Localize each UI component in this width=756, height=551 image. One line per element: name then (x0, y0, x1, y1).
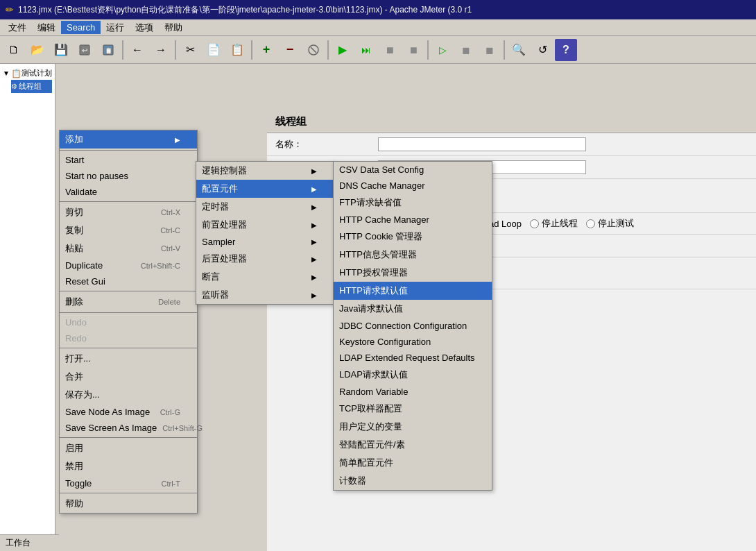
cm-l2-logic[interactable]: 逻辑控制器 ▶ (196, 162, 334, 180)
tree-item-test-plan[interactable]: ▼ 📋 测试计划 (3, 67, 52, 80)
cm-start-no-pauses[interactable]: Start no pauses (60, 168, 197, 184)
radio-stop-test[interactable]: 停止测试 (586, 217, 634, 230)
cm-l3-counter-label: 计数器 (339, 475, 366, 487)
menu-help[interactable]: 帮助 (159, 20, 188, 35)
open-button[interactable]: 📂 (26, 39, 49, 61)
cm-add[interactable]: 添加 ▶ (60, 130, 197, 149)
cm-l3-http-default[interactable]: HTTP请求默认值 (334, 282, 492, 300)
cm-toggle[interactable]: Toggle Ctrl-T (60, 475, 197, 491)
cm-paste-label: 粘贴 (65, 242, 83, 255)
cm-open-label: 打开... (65, 353, 91, 365)
cm-merge[interactable]: 合并 (60, 368, 197, 386)
cm-l3-tcp[interactable]: TCP取样器配置 (334, 400, 492, 418)
menu-edit[interactable]: 编辑 (32, 20, 61, 35)
cm-l3-jdbc[interactable]: JDBC Connection Configuration (334, 318, 492, 334)
cm-duplicate[interactable]: Duplicate Ctrl+Shift-C (60, 257, 197, 273)
cm-save-as[interactable]: 保存为... (60, 386, 197, 404)
menu-file[interactable]: 文件 (3, 20, 32, 35)
cm-redo[interactable]: Redo (60, 330, 197, 346)
cm-l3-http-cache[interactable]: HTTP Cache Manager (334, 212, 492, 228)
remote-start-button[interactable]: ▷ (431, 39, 454, 61)
cm-open[interactable]: 打开... (60, 350, 197, 368)
cm-l2-config[interactable]: 配置元件 ▶ (196, 180, 334, 198)
help-button-toolbar[interactable]: ? (555, 39, 577, 61)
cm-disable[interactable]: 禁用 (60, 457, 197, 475)
cm-l2-assert[interactable]: 断言 ▶ (196, 268, 334, 286)
cm-undo[interactable]: Undo (60, 314, 197, 330)
tree-label-thread: 线程组 (19, 81, 42, 92)
context-menu-l3[interactable]: CSV Data Set Config DNS Cache Manager FT… (333, 161, 492, 491)
cm-l3-ldap-ext[interactable]: LDAP Extended Request Defaults (334, 350, 492, 366)
cm-start[interactable]: Start (60, 152, 197, 168)
context-menu-l1[interactable]: 添加 ▶ Start Start no pauses Validate 剪切 C… (59, 130, 198, 514)
cm-help[interactable]: 帮助 (60, 495, 197, 513)
cm-l2-timer[interactable]: 定时器 ▶ (196, 198, 334, 216)
save-as-button[interactable]: 📋 (97, 39, 119, 61)
cm-l2-pre[interactable]: 前置处理器 ▶ (196, 216, 334, 234)
cm-l2-timer-arrow: ▶ (311, 203, 317, 211)
remote-stop-button[interactable]: ◼ (455, 39, 477, 61)
left-panel: ▼ 📋 测试计划 ⚙ 线程组 (0, 64, 55, 551)
cm-l3-http-auth[interactable]: HTTP授权管理器 (334, 264, 492, 282)
new-button[interactable]: 🗋 (3, 39, 25, 61)
revert-button[interactable]: ↩ (74, 39, 96, 61)
cm-l3-ldap[interactable]: LDAP请求默认值 (334, 366, 492, 384)
cm-cut-shortcut: Ctrl-X (161, 208, 180, 217)
cm-l3-csv[interactable]: CSV Data Set Config (334, 162, 492, 178)
menu-search[interactable]: Search (61, 21, 101, 34)
cm-l3-dns[interactable]: DNS Cache Manager (334, 178, 492, 194)
cm-delete[interactable]: 删除 Delete (60, 293, 197, 311)
stop-all-button[interactable]: ⏹ (402, 39, 424, 61)
run-button[interactable]: ▶ (332, 39, 354, 61)
reset-button[interactable]: ↺ (531, 39, 553, 61)
cm-cut[interactable]: 剪切 Ctrl-X (60, 203, 197, 221)
cm-l3-http-header-label: HTTP信息头管理器 (339, 248, 417, 261)
cm-l3-java-default[interactable]: Java请求默认值 (334, 300, 492, 318)
tab-worktable[interactable]: 工作台 (6, 537, 31, 549)
cm-l3-simple-config[interactable]: 简单配置元件 (334, 454, 492, 472)
clear-button[interactable] (302, 39, 325, 61)
cm-l3-user-vars[interactable]: 用户定义的变量 (334, 418, 492, 436)
redo-button[interactable]: → (150, 39, 172, 61)
cm-copy[interactable]: 复制 Ctrl-C (60, 221, 197, 239)
cm-l3-csv-label: CSV Data Set Config (339, 164, 424, 175)
remove-button[interactable]: − (279, 39, 301, 61)
cm-paste[interactable]: 粘贴 Ctrl-V (60, 239, 197, 257)
name-input[interactable] (378, 137, 586, 151)
cm-validate[interactable]: Validate (60, 184, 197, 200)
cm-add-label: 添加 (65, 133, 83, 146)
run-all-button[interactable]: ⏭ (355, 39, 377, 61)
copy-button[interactable]: 📄 (203, 39, 225, 61)
undo-button[interactable]: ← (126, 39, 148, 61)
paste-button[interactable]: 📋 (226, 39, 248, 61)
stop-button[interactable]: ⏹ (379, 39, 401, 61)
cm-l2-post[interactable]: 后置处理器 ▶ (196, 250, 334, 268)
cm-l2-sampler[interactable]: Sampler ▶ (196, 234, 334, 250)
cm-l3-ftp[interactable]: FTP请求缺省值 (334, 194, 492, 212)
save-button[interactable]: 💾 (50, 39, 72, 61)
cm-l3-http-header[interactable]: HTTP信息头管理器 (334, 246, 492, 264)
search-button-toolbar[interactable]: 🔍 (508, 39, 530, 61)
context-menu-l2[interactable]: 逻辑控制器 ▶ 配置元件 ▶ 定时器 ▶ 前置处理器 ▶ Sampler ▶ 后… (196, 161, 334, 305)
cm-start-no-pauses-label: Start no pauses (65, 171, 128, 181)
cm-l3-random[interactable]: Random Variable (334, 384, 492, 400)
cm-l3-login-config[interactable]: 登陆配置元件/素 (334, 436, 492, 454)
cm-save-node[interactable]: Save Node As Image Ctrl-G (60, 404, 197, 420)
cm-enable[interactable]: 启用 (60, 439, 197, 457)
add-button[interactable]: + (255, 39, 277, 61)
cm-l3-counter[interactable]: 计数器 (334, 472, 492, 490)
cm-l3-http-cookie[interactable]: HTTP Cookie 管理器 (334, 228, 492, 246)
cut-button[interactable]: ✂ (179, 39, 201, 61)
cm-l3-keystore[interactable]: Keystore Configuration (334, 334, 492, 350)
radio-stop-thread[interactable]: 停止线程 (530, 217, 578, 230)
menu-options[interactable]: 选项 (130, 20, 159, 35)
tree-expand-icon: ▼ (3, 69, 10, 77)
cm-undo-label: Undo (65, 317, 87, 328)
cm-l2-listener[interactable]: 监听器 ▶ (196, 286, 334, 304)
remote-stop-all-button[interactable]: ◼ (479, 39, 501, 61)
tree-item-thread-group[interactable]: ⚙ 线程组 (11, 80, 52, 93)
title-bar: ✏ 1123.jmx (E:\Besttest资料\python自动化课前准备\… (0, 0, 756, 19)
menu-run[interactable]: 运行 (101, 20, 130, 35)
cm-reset-gui[interactable]: Reset Gui (60, 273, 197, 289)
cm-save-screen[interactable]: Save Screen As Image Ctrl+Shift-G (60, 420, 197, 436)
